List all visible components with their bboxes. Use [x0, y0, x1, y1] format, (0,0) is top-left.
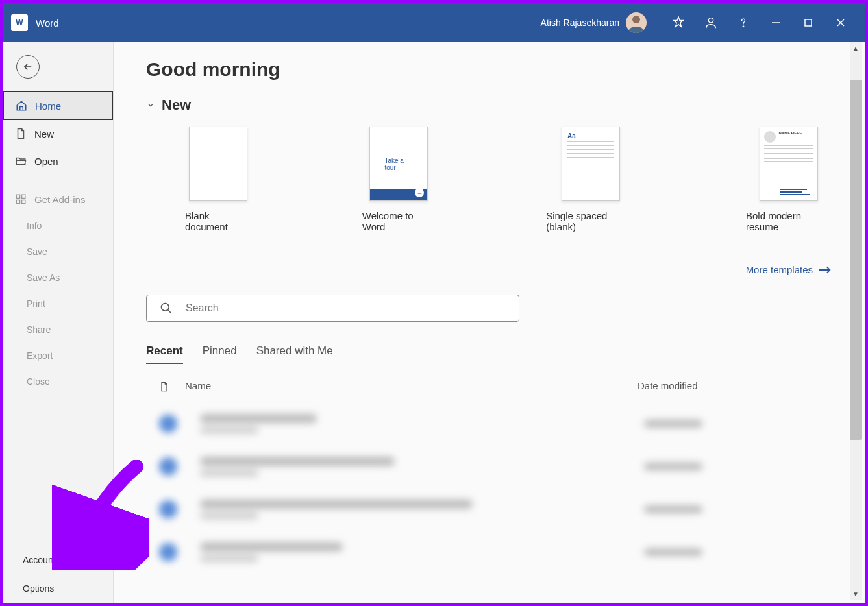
arrow-right-icon [818, 265, 832, 274]
file-list-header: Name Date modified [146, 380, 832, 402]
tab-recent[interactable]: Recent [146, 345, 183, 364]
scroll-down-icon[interactable]: ▼ [850, 588, 862, 600]
template-single-spaced[interactable]: Aa Single spaced (blank) [546, 127, 636, 232]
sidebar-item-account[interactable]: Account [3, 546, 113, 574]
template-welcome[interactable]: Take a tour → Welcome to Word [362, 127, 436, 232]
nav-label: New [34, 128, 54, 139]
more-templates-link[interactable]: More templates [146, 264, 832, 275]
tab-shared[interactable]: Shared with Me [256, 345, 333, 364]
premium-icon[interactable] [662, 10, 695, 36]
sidebar-item-saveas[interactable]: Save As [3, 265, 113, 291]
sidebar-item-addins[interactable]: Get Add-ins [3, 186, 113, 213]
svg-rect-10 [22, 200, 25, 204]
svg-rect-9 [16, 200, 19, 204]
svg-rect-7 [16, 195, 19, 198]
svg-rect-4 [805, 19, 812, 26]
new-section-header[interactable]: New [146, 97, 832, 114]
sidebar-item-home[interactable]: Home [3, 91, 113, 120]
sidebar-item-close[interactable]: Close [3, 369, 113, 394]
template-label: Welcome to Word [362, 210, 436, 232]
sidebar-item-export[interactable]: Export [3, 343, 113, 369]
sidebar-item-options[interactable]: Options [3, 574, 113, 603]
folder-open-icon [15, 155, 27, 167]
column-name[interactable]: Name [185, 380, 638, 395]
svg-point-11 [162, 304, 169, 311]
template-thumb: NAME HERE [760, 127, 818, 201]
sidebar-item-print[interactable]: Print [3, 291, 113, 317]
app-title: Word [36, 18, 59, 29]
home-icon [16, 100, 27, 112]
maximize-button[interactable] [792, 10, 825, 36]
word-app-icon: W [11, 14, 28, 31]
file-row[interactable] [146, 445, 832, 488]
sidebar-item-save[interactable]: Save [3, 239, 113, 265]
document-icon [15, 128, 27, 139]
chevron-down-icon [146, 101, 155, 110]
template-thumb [189, 127, 247, 201]
account-icon[interactable] [695, 10, 727, 36]
nav-label: Open [34, 156, 58, 167]
svg-rect-8 [22, 195, 25, 198]
help-icon[interactable] [727, 10, 760, 36]
sidebar-item-open[interactable]: Open [3, 147, 113, 175]
nav-label: Get Add-ins [34, 194, 85, 205]
search-box[interactable] [146, 295, 519, 322]
sidebar-item-share[interactable]: Share [3, 317, 113, 343]
search-input[interactable] [186, 302, 506, 314]
template-resume[interactable]: NAME HERE Bold modern resume [746, 127, 832, 232]
section-title: New [162, 97, 191, 114]
file-row[interactable] [146, 488, 832, 531]
template-label: Single spaced (blank) [546, 210, 636, 232]
template-label: Blank document [185, 210, 252, 232]
content-area: Good morning New Blank document Take a t… [114, 42, 865, 603]
scroll-thumb[interactable] [850, 80, 862, 440]
scrollbar[interactable]: ▲ ▼ [850, 42, 862, 600]
template-blank[interactable]: Blank document [185, 127, 252, 232]
addins-icon [15, 193, 27, 205]
nav-label: Home [35, 101, 61, 112]
svg-point-1 [708, 18, 713, 23]
user-avatar[interactable] [626, 12, 647, 33]
tab-pinned[interactable]: Pinned [203, 345, 237, 364]
back-button[interactable] [16, 55, 40, 79]
template-thumb: Take a tour → [369, 127, 428, 201]
svg-point-0 [632, 16, 640, 23]
sidebar-item-info[interactable]: Info [3, 213, 113, 239]
greeting-text: Good morning [146, 58, 832, 80]
column-date[interactable]: Date modified [638, 380, 819, 395]
minimize-button[interactable] [760, 10, 792, 36]
close-button[interactable] [825, 10, 857, 36]
file-row[interactable] [146, 402, 832, 445]
svg-line-12 [168, 310, 171, 313]
search-icon [160, 302, 173, 315]
user-name[interactable]: Atish Rajasekharan [541, 18, 619, 28]
file-row[interactable] [146, 531, 832, 574]
sidebar-item-new[interactable]: New [3, 120, 113, 147]
svg-point-2 [743, 26, 744, 27]
template-thumb: Aa [562, 127, 620, 201]
titlebar: W Word Atish Rajasekharan [3, 3, 865, 42]
sidebar: Home New Open Get Add-ins Info Save Save… [3, 42, 114, 603]
scroll-up-icon[interactable]: ▲ [850, 42, 862, 54]
template-label: Bold modern resume [746, 210, 832, 232]
file-tabs: Recent Pinned Shared with Me [146, 345, 832, 364]
document-icon [159, 380, 169, 393]
